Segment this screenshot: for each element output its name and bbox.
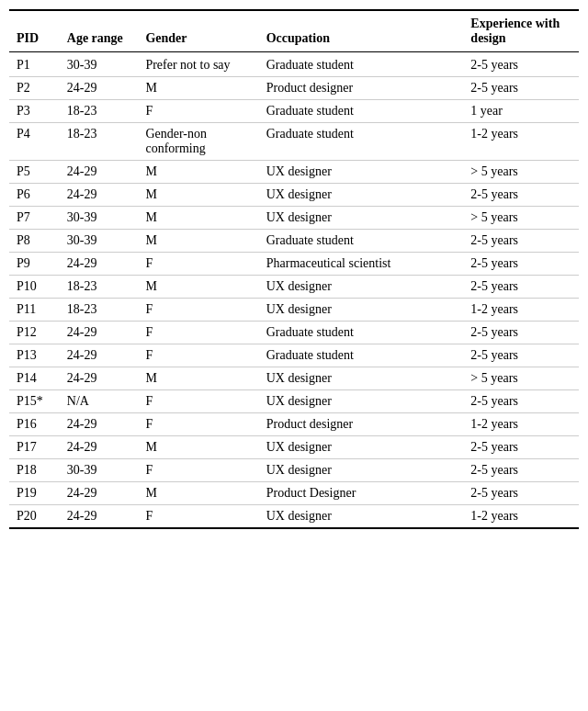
table-row: P1724-29MUX designer2-5 years — [9, 436, 579, 459]
cell-experience: > 5 years — [463, 207, 579, 230]
cell-age: 30-39 — [60, 230, 139, 253]
cell-occupation: UX designer — [259, 161, 464, 184]
table-row: P224-29MProduct designer2-5 years — [9, 77, 579, 100]
cell-gender: M — [138, 436, 258, 459]
cell-pid: P14 — [9, 367, 60, 390]
cell-pid: P3 — [9, 100, 60, 123]
cell-experience: 2-5 years — [463, 253, 579, 276]
header-age: Age range — [60, 10, 139, 52]
cell-experience: 1 year — [463, 100, 579, 123]
cell-pid: P8 — [9, 230, 60, 253]
cell-age: 30-39 — [60, 459, 139, 482]
cell-experience: 2-5 years — [463, 322, 579, 344]
cell-occupation: UX designer — [259, 436, 464, 459]
cell-experience: 1-2 years — [463, 299, 579, 322]
cell-age: 24-29 — [60, 436, 139, 459]
table-row: P318-23FGraduate student1 year — [9, 100, 579, 123]
cell-gender: M — [138, 482, 258, 505]
header-occupation: Occupation — [259, 10, 464, 52]
cell-pid: P10 — [9, 276, 60, 299]
table-row: P730-39MUX designer> 5 years — [9, 207, 579, 230]
cell-age: 24-29 — [60, 161, 139, 184]
cell-pid: P9 — [9, 253, 60, 276]
cell-gender: M — [138, 276, 258, 299]
cell-age: 18-23 — [60, 299, 139, 322]
cell-age: 18-23 — [60, 123, 139, 161]
table-row: P624-29MUX designer2-5 years — [9, 184, 579, 207]
cell-experience: 2-5 years — [463, 276, 579, 299]
table-row: P1830-39FUX designer2-5 years — [9, 459, 579, 482]
cell-gender: F — [138, 413, 258, 436]
cell-gender: F — [138, 253, 258, 276]
cell-occupation: UX designer — [259, 207, 464, 230]
cell-occupation: UX designer — [259, 299, 464, 322]
table-row: P1624-29FProduct designer1-2 years — [9, 413, 579, 436]
cell-experience: 2-5 years — [463, 390, 579, 413]
table-row: P1424-29MUX designer> 5 years — [9, 367, 579, 390]
cell-age: 24-29 — [60, 184, 139, 207]
cell-gender: M — [138, 77, 258, 100]
table-row: P1224-29FGraduate student2-5 years — [9, 322, 579, 344]
cell-experience: 1-2 years — [463, 123, 579, 161]
cell-pid: P2 — [9, 77, 60, 100]
cell-occupation: UX designer — [259, 276, 464, 299]
table-row: P15*N/AFUX designer2-5 years — [9, 390, 579, 413]
cell-experience: 2-5 years — [463, 184, 579, 207]
table-row: P924-29FPharmaceutical scientist2-5 year… — [9, 253, 579, 276]
cell-age: 24-29 — [60, 482, 139, 505]
cell-age: 24-29 — [60, 413, 139, 436]
cell-gender: F — [138, 322, 258, 344]
header-gender: Gender — [138, 10, 258, 52]
cell-pid: P1 — [9, 52, 60, 77]
cell-age: 24-29 — [60, 322, 139, 344]
table-row: P1924-29MProduct Designer2-5 years — [9, 482, 579, 505]
cell-occupation: UX designer — [259, 459, 464, 482]
cell-pid: P11 — [9, 299, 60, 322]
cell-pid: P7 — [9, 207, 60, 230]
cell-age: 18-23 — [60, 100, 139, 123]
table-row: P524-29MUX designer> 5 years — [9, 161, 579, 184]
cell-age: 30-39 — [60, 52, 139, 77]
cell-gender: M — [138, 230, 258, 253]
participants-table: PID Age range Gender Occupation Experien… — [9, 9, 579, 529]
cell-gender: F — [138, 459, 258, 482]
cell-age: 24-29 — [60, 253, 139, 276]
cell-gender: F — [138, 100, 258, 123]
cell-gender: F — [138, 390, 258, 413]
header-pid: PID — [9, 10, 60, 52]
cell-age: 24-29 — [60, 344, 139, 367]
cell-occupation: Product designer — [259, 413, 464, 436]
cell-experience: 2-5 years — [463, 77, 579, 100]
cell-occupation: Graduate student — [259, 100, 464, 123]
cell-gender: M — [138, 367, 258, 390]
cell-pid: P4 — [9, 123, 60, 161]
cell-pid: P13 — [9, 344, 60, 367]
table-row: P1324-29FGraduate student2-5 years — [9, 344, 579, 367]
table-header-row: PID Age range Gender Occupation Experien… — [9, 10, 579, 52]
cell-age: 18-23 — [60, 276, 139, 299]
cell-occupation: Product designer — [259, 77, 464, 100]
cell-gender: F — [138, 344, 258, 367]
cell-gender: F — [138, 299, 258, 322]
cell-gender: Gender-non conforming — [138, 123, 258, 161]
cell-occupation: Graduate student — [259, 52, 464, 77]
cell-age: 24-29 — [60, 367, 139, 390]
cell-experience: 1-2 years — [463, 413, 579, 436]
cell-occupation: UX designer — [259, 505, 464, 529]
table-container: PID Age range Gender Occupation Experien… — [9, 9, 579, 529]
cell-experience: 2-5 years — [463, 436, 579, 459]
table-row: P1018-23MUX designer2-5 years — [9, 276, 579, 299]
cell-occupation: Graduate student — [259, 230, 464, 253]
table-row: P130-39Prefer not to sayGraduate student… — [9, 52, 579, 77]
table-row: P1118-23FUX designer1-2 years — [9, 299, 579, 322]
cell-experience: 2-5 years — [463, 230, 579, 253]
cell-occupation: Pharmaceutical scientist — [259, 253, 464, 276]
cell-age: 30-39 — [60, 207, 139, 230]
cell-age: 24-29 — [60, 505, 139, 529]
cell-pid: P16 — [9, 413, 60, 436]
cell-pid: P12 — [9, 322, 60, 344]
cell-experience: 2-5 years — [463, 482, 579, 505]
cell-experience: > 5 years — [463, 161, 579, 184]
cell-gender: Prefer not to say — [138, 52, 258, 77]
cell-experience: > 5 years — [463, 367, 579, 390]
